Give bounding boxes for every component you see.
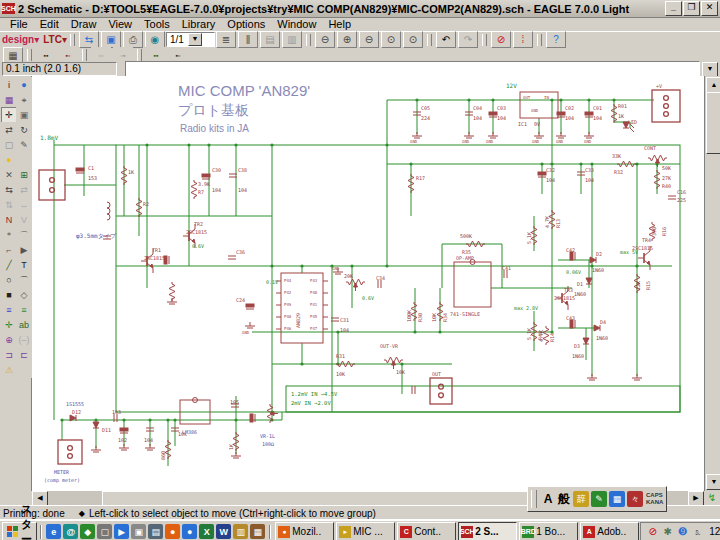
task-mozil[interactable]: ●Mozil.. [275,522,334,540]
photo-icon[interactable]: ▦ [250,524,265,539]
task-adob[interactable]: AAdob.. [580,522,639,540]
scroll-left-button[interactable]: ◀ [32,491,48,506]
word-icon[interactable]: W [216,524,231,539]
menu-item-options[interactable]: Options [221,18,271,31]
save-button[interactable]: ▣ [101,31,121,48]
ltc-spice-button[interactable]: LTC▾ [43,34,67,45]
menu-item-view[interactable]: View [102,18,138,31]
menu-item-file[interactable]: File [4,18,34,31]
delete-tool[interactable]: ✕ [1,167,17,183]
menu-item-window[interactable]: Window [271,18,322,31]
wmp-icon[interactable]: ▶ [114,524,129,539]
sheet-thumb-button[interactable]: ▥ [282,31,302,48]
minimize-button[interactable]: _ [665,1,682,16]
preset-1[interactable]: ▪▪ [36,47,56,64]
horizontal-scroll-thumb[interactable] [102,491,534,506]
task-1bo[interactable]: BRD1 Bo... [519,522,578,540]
command-dropdown-button[interactable]: ▼ [702,62,718,77]
ime-pen-icon[interactable]: ✎ [591,491,607,507]
grid-button[interactable]: ▦ [3,47,23,64]
move-tool[interactable]: ✛ [1,107,17,123]
restore-button[interactable]: ❐ [683,1,700,16]
attribute-tool[interactable]: ⊕ [1,332,17,348]
ime-pad-icon[interactable]: ▦ [609,491,625,507]
undo-button[interactable]: ↶ [436,31,456,48]
ime-dict-icon[interactable]: 辞 [573,491,589,507]
label-tool[interactable]: ab [16,317,32,333]
cam-export-button[interactable]: ◉ [145,31,165,48]
menu-item-help[interactable]: Help [322,18,357,31]
circle-tool[interactable]: ○ [1,272,17,288]
messenger-icon[interactable]: ● [182,524,197,539]
zoom-select-button[interactable]: ⊙ [403,31,423,48]
mail-icon[interactable]: @ [63,524,78,539]
smash-tool[interactable]: ＊ [1,227,17,243]
display-tool[interactable]: ▦ [1,92,17,108]
show-desktop-icon[interactable]: ▢ [97,524,112,539]
change-tool[interactable]: ✎ [16,137,32,153]
erc-button[interactable]: ⁞ [513,31,533,48]
my-computer-icon[interactable]: ▤ [148,524,163,539]
ime-toolbar[interactable]: A 般 辞✎▦々 CAPSKANA [527,486,667,512]
sheet-selector[interactable]: 1/1▼ [166,32,215,47]
tray-msg-icon[interactable]: ➒ [676,525,689,538]
tray-block-icon[interactable]: ⊘ [646,525,659,538]
bus-tool[interactable]: ≡ [1,302,17,318]
preset-3[interactable]: ▫▫ [91,47,111,64]
title-bar[interactable]: SCH 2 Schematic - D:¥TOOL5¥EAGLE-7.0.0¥p… [0,0,720,18]
info-tool[interactable]: i [1,77,17,93]
vertical-scroll-thumb[interactable] [706,92,720,154]
ime-mode-button[interactable]: A [540,490,556,508]
add-tool[interactable]: ⊞ [16,167,32,183]
preset-2[interactable]: ▪▫ [58,47,78,64]
command-input[interactable] [125,61,700,77]
layer-settings-button[interactable]: ≣ [216,31,236,48]
scroll-right-button[interactable]: ▶ [688,491,704,506]
pinswap-tool[interactable]: ⇆ [1,182,17,198]
ime-kanji-button[interactable]: 般 [556,490,572,508]
design-link-button[interactable]: design▾ [2,34,39,45]
firefox-icon[interactable]: ● [165,524,180,539]
errors-tool[interactable]: ⚠ [1,362,17,378]
name-tool[interactable]: N [1,212,17,228]
open-button[interactable]: ⇆ [79,31,99,48]
media-icon[interactable]: ◆ [80,524,95,539]
ime-grip[interactable] [531,490,537,508]
schematic-canvas[interactable]: MIC COMP 'AN829'プロト基板Radio kits in JA1.8… [32,76,704,491]
redo-button[interactable]: ↷ [458,31,478,48]
excel-icon[interactable]: X [199,524,214,539]
zoom-in-button[interactable]: ⊕ [337,31,357,48]
vertical-scrollbar[interactable]: ▲ ▼ [704,76,720,491]
net-tool[interactable]: ≡ [16,302,32,318]
start-button[interactable]: スタート [2,522,37,540]
text-tool[interactable]: T [16,257,32,273]
group-tool[interactable]: ▢ [1,137,17,153]
tray-tool-icon[interactable]: ✱ [661,525,674,538]
display-layers-button[interactable]: ⫼ [238,31,258,48]
to-board-button[interactable]: ▤ [260,31,280,48]
close-button[interactable]: ✕ [701,1,718,16]
invoke-tool[interactable]: ▶ [16,242,32,258]
task-cont[interactable]: CCont.. [397,522,456,540]
help-button[interactable]: ? [546,31,566,48]
scroll-down-button[interactable]: ▼ [706,474,720,490]
arc-tool[interactable]: ⌒ [16,272,32,288]
zoom-fit-button[interactable]: ⊖ [315,31,335,48]
copy-tool[interactable]: ▣ [16,107,32,123]
polygon-tool[interactable]: ◇ [16,287,32,303]
zoom-redraw-button[interactable]: ⊙ [381,31,401,48]
task-2s[interactable]: SCH2 S... [458,522,517,540]
erc-tool[interactable]: ⊐ [1,347,17,363]
rect-tool[interactable]: ■ [1,287,17,303]
internet-explorer-icon[interactable]: e [46,524,61,539]
show-tool[interactable]: ● [16,77,32,93]
rotate-tool[interactable]: ↻ [16,122,32,138]
junction-tool[interactable]: ✛ [1,317,17,333]
ime-prop-icon[interactable]: 々 [627,491,643,507]
menu-item-tools[interactable]: Tools [138,18,176,31]
zoom-out-button[interactable]: ⊖ [359,31,379,48]
menu-item-edit[interactable]: Edit [34,18,65,31]
tray-key-icon[interactable]: ೩ [691,525,704,538]
menu-item-draw[interactable]: Draw [65,18,103,31]
scroll-up-button[interactable]: ▲ [706,77,720,93]
